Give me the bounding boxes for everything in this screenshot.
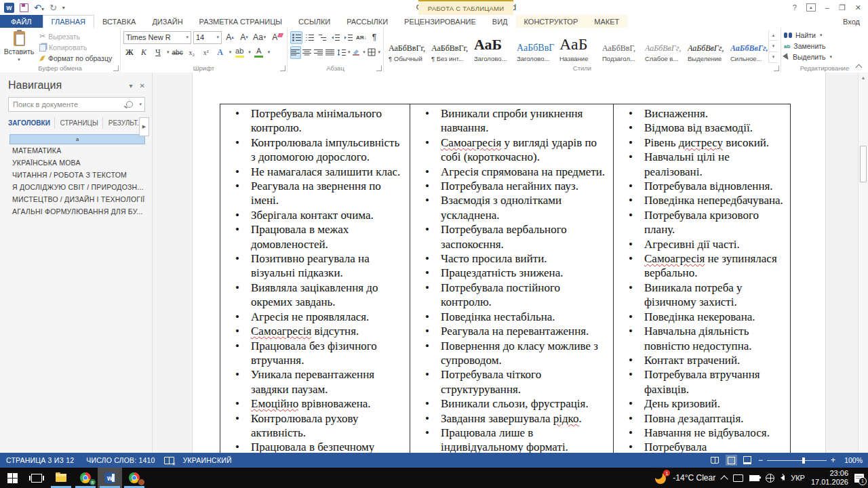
zoom-in-icon[interactable]: +: [831, 455, 835, 465]
weather-widget[interactable]: 1 -14°C Clear: [655, 471, 715, 485]
word-count[interactable]: ЧИСЛО СЛОВ: 1410: [80, 456, 161, 464]
zoom-slider-thumb[interactable]: [802, 458, 805, 464]
text-effects-button[interactable]: А: [214, 46, 226, 58]
redo-icon[interactable]: ↻: [50, 3, 57, 12]
format-painter-button[interactable]: Формат по образцу: [39, 54, 112, 62]
shading-button[interactable]: [351, 46, 361, 59]
task-view-button[interactable]: [24, 468, 49, 488]
font-dialog-launcher-icon[interactable]: [280, 66, 285, 71]
ribbon-tab-2[interactable]: ВСТАВКА: [94, 15, 144, 28]
ribbon-tab-8[interactable]: ВИД: [484, 15, 516, 28]
nav-tab-1[interactable]: СТРАНИЦЫ: [60, 117, 103, 129]
hidden-icons-chevron[interactable]: [721, 475, 728, 483]
ribbon-tab-1[interactable]: ГЛАВНАЯ: [43, 15, 94, 28]
style-gallery-item-1[interactable]: АаБбВвГг,¶ Без инт...: [429, 30, 472, 63]
nav-tabs-overflow-icon[interactable]: ▶: [139, 117, 149, 136]
grow-font-button[interactable]: А: [224, 31, 236, 43]
align-right-button[interactable]: [313, 46, 324, 59]
style-gallery-item-7[interactable]: АаБбВвГг,Выделение: [686, 30, 728, 63]
language-indicator[interactable]: УКРАИНСКИЙ: [177, 456, 238, 464]
style-gallery-item-8[interactable]: АаБбВвГг,Сильное...: [728, 30, 768, 63]
undo-icon[interactable]: ↶▾: [34, 3, 44, 12]
nav-heading-0[interactable]: а: [9, 134, 145, 144]
shrink-font-button[interactable]: А: [238, 31, 250, 43]
sort-button[interactable]: АЯ↓: [355, 31, 368, 44]
style-gallery-item-2[interactable]: АаБЗаголово...: [472, 30, 515, 63]
action-center-icon[interactable]: 1: [854, 474, 864, 483]
nav-heading-6[interactable]: АГАЛЬНІ ФОРМУЛЮВАННЯ ДЛЯ БУ...: [9, 205, 148, 218]
proofing-errors-icon[interactable]: [164, 457, 174, 464]
paragraph-dialog-launcher-icon[interactable]: [376, 66, 382, 71]
ribbon-tab-0[interactable]: ФАЙЛ: [0, 15, 43, 28]
print-layout-icon[interactable]: [726, 455, 737, 466]
sign-in-link[interactable]: Вход: [843, 15, 868, 28]
ribbon-tab-10[interactable]: МАКЕТ: [586, 15, 627, 28]
input-language[interactable]: УКР: [791, 474, 805, 482]
nav-heading-2[interactable]: УКРАЇНСЬКА МОВА: [9, 157, 148, 169]
table-column-3[interactable]: Виснаження.Відмова від взаємодії.Рівень …: [613, 104, 791, 453]
read-mode-icon[interactable]: [709, 455, 721, 466]
style-gallery-item-3[interactable]: АаБбВвГЗаголово...: [515, 30, 557, 63]
zoom-out-icon[interactable]: −: [758, 455, 763, 465]
ribbon-tab-7[interactable]: РЕЦЕНЗИРОВАНИЕ: [396, 15, 484, 28]
vertical-scrollbar[interactable]: ▲: [858, 73, 868, 453]
search-icon[interactable]: [126, 101, 133, 108]
zoom-level[interactable]: 100%: [840, 456, 863, 464]
show-marks-button[interactable]: ¶: [368, 31, 380, 44]
font-name-select[interactable]: Times New R▾: [123, 31, 191, 44]
restore-icon[interactable]: ❐: [839, 3, 846, 12]
nav-heading-4[interactable]: Я ДОСЛІДЖУЮ СВІТ / ПРИРОДОЗН...: [9, 181, 148, 193]
change-case-button[interactable]: Аа▾: [252, 31, 267, 43]
copy-button[interactable]: Копировать: [39, 43, 112, 52]
find-button[interactable]: Найти▾: [784, 30, 865, 41]
align-left-button[interactable]: [290, 46, 301, 59]
ribbon-tab-6[interactable]: РАССЫЛКИ: [338, 15, 396, 28]
style-gallery-item-6[interactable]: АаБбВвГг,Слабое в...: [643, 30, 686, 63]
select-button[interactable]: Выделить▾: [784, 52, 865, 62]
table-column-1[interactable]: Потребувала мінімального контролю.Контро…: [220, 104, 410, 453]
customize-qat-icon[interactable]: ▾: [62, 5, 65, 11]
nav-heading-1[interactable]: МАТЕМАТИКА: [9, 144, 148, 157]
ribbon-tab-3[interactable]: ДИЗАЙН: [144, 15, 191, 28]
highlight-color-button[interactable]: ab: [233, 46, 245, 58]
styles-scroll-down-icon[interactable]: ▼: [769, 41, 778, 52]
nav-tab-0[interactable]: ЗАГОЛОВКИ: [8, 117, 55, 129]
nav-close-icon[interactable]: ✕: [140, 82, 145, 89]
chrome-button-1[interactable]: B: [73, 468, 98, 488]
clipboard-dialog-launcher-icon[interactable]: [113, 66, 119, 71]
align-center-button[interactable]: [302, 46, 313, 59]
replace-button[interactable]: abЗаменить: [784, 41, 865, 52]
increase-indent-button[interactable]: [342, 31, 355, 44]
italic-button[interactable]: К: [138, 46, 150, 58]
search-dropdown-icon[interactable]: ▾: [139, 102, 142, 107]
nav-options-icon[interactable]: ▾: [130, 82, 133, 89]
underline-button[interactable]: Ч: [152, 46, 164, 58]
superscript-button[interactable]: x²: [200, 46, 212, 58]
zoom-slider[interactable]: [767, 460, 827, 461]
battery-icon[interactable]: [749, 475, 760, 481]
volume-icon[interactable]: [781, 475, 785, 481]
save-icon[interactable]: [20, 3, 28, 12]
style-gallery-item-5[interactable]: АаБбВвГ,Подзагол...: [600, 30, 643, 63]
styles-scroll-up-icon[interactable]: ▲: [769, 30, 778, 41]
styles-dialog-launcher-icon[interactable]: [774, 66, 779, 71]
minimize-icon[interactable]: –: [825, 3, 829, 12]
strikethrough-button[interactable]: abc: [172, 46, 184, 58]
start-button[interactable]: [0, 468, 24, 488]
network-icon[interactable]: [766, 474, 774, 483]
numbering-button[interactable]: [303, 31, 315, 44]
table-column-2[interactable]: Виникали спроби уникнення навчання.Самоа…: [410, 104, 613, 453]
style-gallery-item-0[interactable]: АаБбВвГг,¶ Обычный: [387, 30, 429, 63]
document-page[interactable]: Потребувала мінімального контролю.Контро…: [192, 73, 826, 453]
chrome-button-2[interactable]: [122, 468, 146, 488]
cut-button[interactable]: ✂Вырезать: [39, 32, 112, 41]
decrease-indent-button[interactable]: [329, 31, 341, 44]
file-explorer-button[interactable]: [49, 468, 73, 488]
web-layout-icon[interactable]: [742, 455, 753, 466]
ribbon-tab-9[interactable]: КОНСТРУКТОР: [516, 15, 587, 28]
word-taskbar-button[interactable]: w: [98, 468, 122, 488]
search-input[interactable]: [12, 100, 126, 109]
clear-formatting-button[interactable]: А: [269, 31, 281, 43]
line-spacing-button[interactable]: [336, 46, 347, 59]
close-icon[interactable]: ✕: [855, 3, 861, 12]
